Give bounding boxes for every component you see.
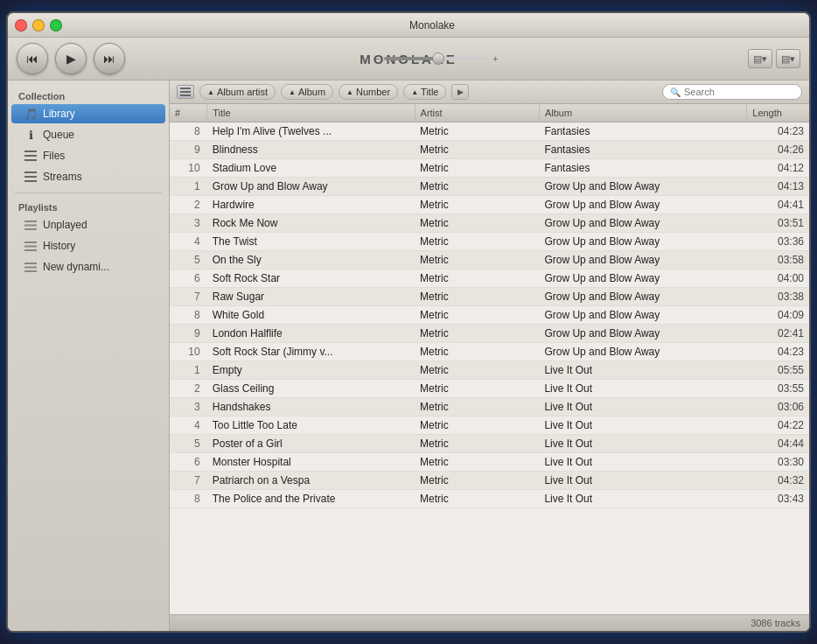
table-row[interactable]: 5On the SlyMetricGrow Up and Blow Away03…: [170, 251, 809, 270]
cell-artist: Metric: [415, 196, 539, 214]
maximize-button[interactable]: [50, 19, 62, 32]
svg-rect-3: [24, 172, 37, 173]
table-row[interactable]: 6Monster HospitalMetricLive It Out03:30: [170, 453, 809, 472]
play-button[interactable]: ▶: [55, 43, 87, 74]
cell-artist: Metric: [415, 325, 539, 343]
table-row[interactable]: 3HandshakesMetricLive It Out03:06: [170, 398, 809, 416]
track-table: # Title Artist Album Length 8Help I'm Al…: [170, 104, 809, 508]
svg-rect-14: [24, 270, 37, 272]
col-header-length[interactable]: Length: [747, 104, 809, 122]
cell-num: 7: [170, 288, 207, 306]
cell-artist: Metric: [415, 306, 539, 325]
cell-title: Stadium Love: [207, 159, 415, 178]
collection-section-label: Collection: [8, 88, 169, 103]
sidebar-item-label-unplayed: Unplayed: [43, 219, 87, 231]
cell-album: Grow Up and Blow Away: [539, 270, 746, 288]
table-row[interactable]: 6Soft Rock StarMetricGrow Up and Blow Aw…: [170, 270, 809, 288]
cell-num: 1: [170, 361, 207, 380]
table-row[interactable]: 5Poster of a GirlMetricLive It Out04:44: [170, 435, 809, 453]
cell-title: Empty: [207, 361, 415, 380]
sidebar-item-files[interactable]: Files: [11, 146, 165, 165]
cell-title: Handshakes: [207, 398, 415, 416]
cell-num: 1: [170, 178, 207, 196]
col-tag-title[interactable]: ▲ Title: [403, 84, 446, 100]
sidebar-item-history[interactable]: History: [11, 236, 165, 256]
svg-rect-7: [24, 224, 37, 226]
col-more-button[interactable]: ▶: [451, 84, 469, 100]
cell-num: 9: [170, 141, 207, 159]
close-button[interactable]: [15, 19, 27, 32]
cell-title: The Police and the Private: [207, 490, 415, 508]
cell-album: Live It Out: [539, 435, 746, 453]
table-row[interactable]: 9London HalflifeMetricGrow Up and Blow A…: [170, 325, 809, 343]
rewind-button[interactable]: ⏮: [17, 43, 48, 74]
volume-slider[interactable]: [384, 57, 489, 60]
main-area: Collection 🎵 Library ℹ Queue Files Strea…: [8, 80, 809, 631]
view-toggle-1[interactable]: ▤▾: [748, 49, 772, 68]
table-row[interactable]: 1EmptyMetricLive It Out05:55: [170, 361, 809, 380]
col-header-title[interactable]: Title: [207, 104, 415, 122]
table-row[interactable]: 9BlindnessMetricFantasies04:26: [170, 141, 809, 159]
cell-artist: Metric: [415, 141, 539, 159]
cell-title: Blindness: [207, 141, 415, 159]
cell-artist: Metric: [415, 361, 539, 380]
track-table-container[interactable]: # Title Artist Album Length 8Help I'm Al…: [170, 104, 809, 614]
cell-album: Grow Up and Blow Away: [539, 251, 746, 270]
sidebar-item-queue[interactable]: ℹ Queue: [11, 125, 165, 144]
col-header-num[interactable]: #: [170, 104, 207, 122]
cell-album: Fantasies: [539, 122, 746, 141]
view-toggle-2[interactable]: ▤▾: [776, 49, 800, 68]
table-row[interactable]: 10Soft Rock Star (Jimmy v...MetricGrow U…: [170, 343, 809, 361]
playlists-section-label: Playlists: [8, 199, 169, 214]
cell-title: Soft Rock Star (Jimmy v...: [207, 343, 415, 361]
table-row[interactable]: 2Glass CeilingMetricLive It Out03:55: [170, 380, 809, 398]
sidebar-item-label-streams: Streams: [43, 171, 82, 183]
col-header-artist[interactable]: Artist: [415, 104, 539, 122]
table-row[interactable]: 4The TwistMetricGrow Up and Blow Away03:…: [170, 233, 809, 251]
table-row[interactable]: 8White GoldMetricGrow Up and Blow Away04…: [170, 306, 809, 325]
track-count: 3086 tracks: [751, 618, 800, 628]
col-tag-arrow-3: ▲: [346, 88, 353, 96]
table-row[interactable]: 8Help I'm Alive (Twelves ...MetricFantas…: [170, 122, 809, 141]
cell-num: 8: [170, 306, 207, 325]
cell-album: Grow Up and Blow Away: [539, 325, 746, 343]
cell-album: Grow Up and Blow Away: [539, 343, 746, 361]
search-input[interactable]: [684, 87, 794, 97]
cell-album: Grow Up and Blow Away: [539, 214, 746, 233]
cell-num: 7: [170, 472, 207, 490]
table-row[interactable]: 4Too Little Too LateMetricLive It Out04:…: [170, 416, 809, 435]
svg-rect-13: [24, 266, 37, 268]
search-box[interactable]: 🔍: [662, 84, 802, 100]
cell-length: 04:23: [747, 122, 809, 141]
svg-rect-2: [24, 159, 37, 161]
table-row[interactable]: 2HardwireMetricGrow Up and Blow Away04:4…: [170, 196, 809, 214]
sidebar-item-new-dynamic[interactable]: New dynami...: [11, 257, 165, 276]
sidebar-item-label-history: History: [43, 240, 75, 252]
table-row[interactable]: 7Patriarch on a VespaMetricLive It Out04…: [170, 472, 809, 490]
sidebar-item-streams[interactable]: Streams: [11, 167, 165, 186]
table-row[interactable]: 8The Police and the PrivateMetricLive It…: [170, 490, 809, 508]
cell-num: 2: [170, 196, 207, 214]
unplayed-icon: [24, 219, 38, 231]
col-tag-number[interactable]: ▲ Number: [339, 84, 398, 100]
col-tag-arrow-4: ▲: [411, 88, 418, 96]
column-bar-icon[interactable]: [177, 85, 194, 99]
minimize-button[interactable]: [32, 19, 45, 32]
cell-album: Fantasies: [539, 141, 746, 159]
sidebar-item-label-queue: Queue: [43, 129, 74, 141]
forward-button[interactable]: ⏭: [94, 43, 125, 74]
col-tag-album[interactable]: ▲ Album: [281, 84, 333, 100]
cell-num: 8: [170, 490, 207, 508]
cell-album: Grow Up and Blow Away: [539, 178, 746, 196]
sidebar-item-library[interactable]: 🎵 Library: [11, 104, 165, 123]
col-tag-album-artist[interactable]: ▲ Album artist: [199, 84, 276, 100]
table-row[interactable]: 3Rock Me NowMetricGrow Up and Blow Away0…: [170, 214, 809, 233]
table-row[interactable]: 1Grow Up and Blow AwayMetricGrow Up and …: [170, 178, 809, 196]
sidebar-item-unplayed[interactable]: Unplayed: [11, 215, 165, 234]
col-tag-arrow-1: ▲: [207, 88, 214, 96]
col-header-album[interactable]: Album: [539, 104, 746, 122]
cell-album: Grow Up and Blow Away: [539, 306, 746, 325]
svg-rect-17: [180, 94, 191, 96]
table-row[interactable]: 7Raw SugarMetricGrow Up and Blow Away03:…: [170, 288, 809, 306]
table-row[interactable]: 10Stadium LoveMetricFantasies04:12: [170, 159, 809, 178]
